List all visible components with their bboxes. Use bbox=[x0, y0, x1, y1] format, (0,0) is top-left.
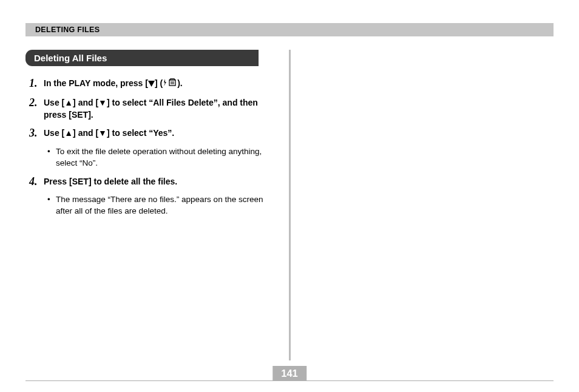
step-text-part: ] ( bbox=[155, 78, 163, 88]
step-item: 2. Use [▲] and [▼] to select “All Files … bbox=[29, 96, 271, 121]
bullet-icon: • bbox=[47, 194, 56, 217]
bullet-icon: • bbox=[47, 146, 56, 169]
flash-trash-icon bbox=[163, 78, 177, 90]
step-instruction: Use [▲] and [▼] to select “All Files Del… bbox=[44, 96, 271, 121]
page-number: 141 bbox=[281, 368, 298, 379]
right-column bbox=[302, 50, 554, 360]
left-column: Deleting All Files 1. In the PLAY mode, … bbox=[25, 50, 283, 360]
down-triangle-icon bbox=[148, 78, 155, 90]
two-column-layout: Deleting All Files 1. In the PLAY mode, … bbox=[25, 50, 554, 360]
step-body: Use [▲] and [▼] to select “All Files Del… bbox=[44, 96, 271, 121]
page-number-box: 141 bbox=[273, 366, 306, 381]
step-text-part: ). bbox=[177, 78, 183, 88]
page-footer: 141 bbox=[25, 380, 554, 381]
section-header-text: DELETING FILES bbox=[35, 25, 100, 34]
step-item: 3. Use [▲] and [▼] to select “Yes”. bbox=[29, 127, 271, 140]
note-text: The message “There are no files.” appear… bbox=[56, 194, 271, 217]
step-note: • To exit the file delete operation with… bbox=[29, 146, 271, 169]
step-item: 1. In the PLAY mode, press [] (). bbox=[29, 77, 271, 90]
step-body: Press [SET] to delete all the files. bbox=[44, 175, 271, 188]
step-instruction: Press [SET] to delete all the files. bbox=[44, 175, 271, 188]
section-header-bar: DELETING FILES bbox=[25, 23, 554, 36]
subheading-text: Deleting All Files bbox=[34, 53, 107, 63]
column-divider bbox=[289, 50, 291, 360]
manual-page: DELETING FILES Deleting All Files 1. In … bbox=[0, 0, 579, 392]
svg-marker-0 bbox=[148, 81, 155, 87]
subheading-pill: Deleting All Files bbox=[25, 50, 259, 66]
steps-list: 1. In the PLAY mode, press [] (). 2. Use… bbox=[25, 77, 271, 217]
step-note: • The message “There are no files.” appe… bbox=[29, 194, 271, 217]
step-item: 4. Press [SET] to delete all the files. bbox=[29, 175, 271, 189]
step-instruction: In the PLAY mode, press [] (). bbox=[44, 77, 271, 90]
step-body: In the PLAY mode, press [] (). bbox=[44, 77, 271, 90]
step-instruction: Use [▲] and [▼] to select “Yes”. bbox=[44, 127, 271, 139]
step-number: 1. bbox=[29, 77, 44, 90]
step-number: 2. bbox=[29, 96, 44, 110]
note-text: To exit the file delete operation withou… bbox=[56, 146, 271, 169]
step-text-part: In the PLAY mode, press [ bbox=[44, 78, 148, 88]
step-body: Use [▲] and [▼] to select “Yes”. bbox=[44, 127, 271, 139]
step-number: 3. bbox=[29, 127, 44, 140]
step-number: 4. bbox=[29, 175, 44, 189]
